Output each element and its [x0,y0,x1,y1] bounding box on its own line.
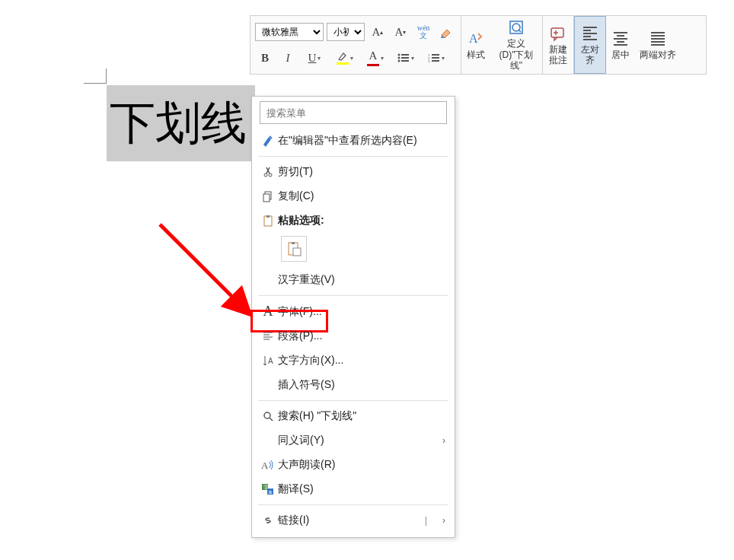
menu-link[interactable]: 链接(I) │ › [252,508,455,533]
menu-label: 翻译(S) [278,482,314,496]
annotation-arrow [145,209,259,323]
menu-paste-header: 粘贴选项: [252,208,455,233]
menu-label: 在"编辑器"中查看所选内容(E) [278,134,417,148]
copy-icon [258,190,278,202]
submenu-arrow-icon: › [442,435,445,446]
svg-rect-26 [266,215,270,218]
context-menu: 在"编辑器"中查看所选内容(E) 剪切(T) 复制(C) 粘贴选项: 汉字重选(… [251,96,455,538]
menu-separator [258,400,448,401]
align-justify-icon [649,30,667,48]
selected-text[interactable]: 下划线 [107,85,255,161]
svg-rect-3 [401,57,409,59]
link-icon [258,514,278,527]
menu-view-in-editor[interactable]: 在"编辑器"中查看所选内容(E) [252,129,455,153]
menu-text-direction[interactable]: A 文字方向(X)... [252,348,455,373]
menu-cut[interactable]: 剪切(T) [252,160,455,184]
menu-read-aloud[interactable]: A 大声朗读(R) [252,453,455,477]
font-size-select[interactable]: 小初 [327,23,365,41]
page-corner-marker [84,68,107,84]
new-comment-label: 新建批注 [547,44,569,66]
menu-search-input[interactable] [260,101,447,124]
clear-formatting-icon[interactable] [436,22,456,42]
styles-label: 样式 [467,49,485,60]
bullet-list-button[interactable]: ▾ [392,48,420,68]
text-direction-icon: A [258,355,278,367]
decrease-font-icon[interactable]: A▾ [391,22,410,42]
font-icon: A [258,304,278,320]
align-center-button[interactable]: 居中 [606,16,635,74]
menu-paragraph[interactable]: 段落(P)... [252,324,455,348]
align-left-label: 左对齐 [579,44,601,66]
svg-point-22 [269,173,272,177]
svg-text:A: A [261,460,269,471]
svg-text:A: A [268,357,273,365]
menu-search[interactable]: 搜索(H) "下划线" [252,404,455,428]
align-left-icon [581,24,599,43]
align-justify-label: 两端对齐 [640,49,676,60]
underline-button[interactable]: U▾ [301,48,328,68]
translate-icon: 字a [258,483,278,495]
define-label: 定义(D)"下划线" [495,38,538,71]
svg-rect-5 [401,60,409,62]
italic-button[interactable]: I [278,48,298,68]
comment-icon [549,24,567,43]
menu-label: 剪切(T) [278,165,313,179]
read-aloud-icon: A [258,459,278,471]
define-button[interactable]: 定义(D)"下划线" [490,16,542,74]
menu-label: 文字方向(X)... [278,354,343,368]
svg-point-0 [398,54,401,56]
increase-font-icon[interactable]: A▴ [368,22,388,42]
menu-label: 同义词(Y) [278,434,324,447]
svg-rect-7 [432,54,439,56]
styles-button[interactable]: A 样式 [461,16,490,74]
styles-icon: A [467,30,485,48]
new-comment-button[interactable]: 新建批注 [543,16,573,74]
menu-label: 大声朗读(R) [278,458,335,472]
align-justify-button[interactable]: 两端对齐 [635,16,681,74]
menu-label: 粘贴选项: [278,214,324,228]
font-color-button[interactable]: A ▾ [362,48,389,68]
svg-text:3: 3 [428,59,430,63]
paste-option-keep-source[interactable] [281,236,307,262]
svg-rect-11 [432,60,439,62]
svg-line-36 [270,418,273,421]
svg-text:A: A [469,32,478,45]
svg-rect-28 [292,242,295,244]
menu-label: 插入符号(S) [278,378,335,392]
align-center-icon [611,30,630,48]
menu-synonyms[interactable]: 同义词(Y) › [252,428,455,453]
align-left-button[interactable]: 左对齐 [574,16,606,74]
menu-separator [258,504,448,505]
svg-point-4 [398,60,401,62]
svg-point-35 [264,412,270,418]
menu-insert-symbol[interactable]: 插入符号(S) [252,373,455,397]
separator-bar: │ [424,517,429,525]
define-icon [507,18,525,37]
bold-button[interactable]: B [255,48,275,68]
menu-label: 段落(P)... [278,329,322,343]
menu-separator [258,295,448,296]
menu-translate[interactable]: 字a 翻译(S) [252,477,455,501]
menu-separator [258,156,448,157]
numbered-list-button[interactable]: 1 2 3 ▾ [423,48,450,68]
menu-label: 汉字重选(V) [278,273,335,287]
cut-icon [258,166,278,178]
svg-line-20 [160,224,247,312]
svg-point-21 [264,173,267,177]
phonetic-guide-icon[interactable]: wén文 [413,22,433,42]
svg-point-2 [398,57,401,59]
menu-hanzi-reselect[interactable]: 汉字重选(V) [252,268,455,292]
menu-font[interactable]: A 字体(F)... [252,299,455,324]
ribbon-toolbar: 微软雅黑 小初 A▴ A▾ wén文 B I U▾ [250,15,707,75]
menu-copy[interactable]: 复制(C) [252,184,455,208]
editor-icon [258,134,278,148]
svg-line-15 [519,30,521,32]
menu-label: 字体(F)... [278,305,322,319]
submenu-arrow-icon: › [442,515,445,526]
highlight-color-button[interactable]: ▾ [331,48,359,68]
svg-rect-24 [263,194,270,202]
menu-label: 复制(C) [278,189,314,203]
svg-rect-9 [432,57,439,59]
font-family-select[interactable]: 微软雅黑 [255,23,324,41]
svg-rect-29 [293,248,301,256]
